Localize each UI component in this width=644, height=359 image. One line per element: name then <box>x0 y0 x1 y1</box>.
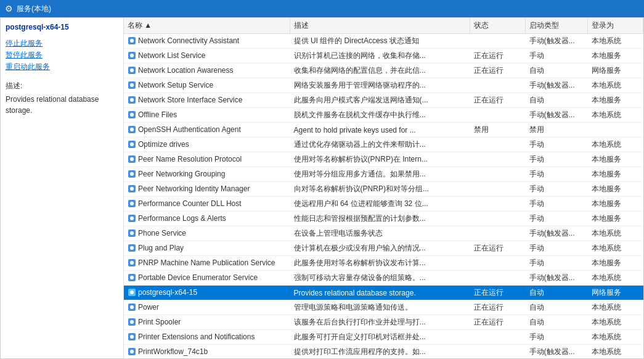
cell-status <box>470 345 526 359</box>
table-row[interactable]: PrintWorkflow_74c1b提供对打印工作流应用程序的支持。如...手… <box>124 345 643 359</box>
cell-desc: 收集和存储网络的配置信息，并在此信... <box>290 64 470 78</box>
cell-login: 本地服务 <box>588 93 643 108</box>
cell-desc: 脱机文件服务在脱机文件缓存中执行维... <box>290 108 470 123</box>
cell-name: Network Location Awareness <box>124 64 290 78</box>
stop-word[interactable]: 停止 <box>6 39 20 47</box>
services-table[interactable]: 名称 ▲ 描述 状态 启动类型 登录为 Network Connectivity… <box>124 18 643 358</box>
svg-point-29 <box>130 246 134 250</box>
selected-service-name: postgresql-x64-15 <box>6 23 118 31</box>
svg-point-1 <box>130 39 134 43</box>
cell-login: 本地系统 <box>588 300 643 315</box>
cell-login: 本地系统 <box>588 138 643 152</box>
stop-service-link[interactable]: 停止此服务 <box>6 38 118 49</box>
cell-desc: 使计算机在极少或没有用户输入的情况... <box>290 241 470 256</box>
svg-point-9 <box>130 98 134 102</box>
col-header-login[interactable]: 登录为 <box>588 18 643 34</box>
service-icon <box>128 170 136 178</box>
cell-startup: 手动 <box>526 197 588 212</box>
table-row[interactable]: Network Store Interface Service此服务向用户模式客… <box>124 93 643 108</box>
cell-login: 本地系统 <box>588 345 643 359</box>
cell-login: 本地系统 <box>588 241 643 256</box>
table-row[interactable]: Optimize drives通过优化存储驱动器上的文件来帮助计...手动本地系… <box>124 138 643 152</box>
svg-point-27 <box>130 231 134 235</box>
svg-point-23 <box>130 202 134 205</box>
pause-word[interactable]: 暂停 <box>6 51 20 59</box>
table-row[interactable]: Performance Logs & Alerts性能日志和管报根据预配置的计划… <box>124 212 643 226</box>
cell-login: 本地系统 <box>588 330 643 345</box>
cell-desc: 通过优化存储驱动器上的文件来帮助计... <box>290 138 470 152</box>
table-row[interactable]: PNRP Machine Name Publication Service此服务… <box>124 256 643 271</box>
table-row[interactable]: Network List Service识别计算机已连接的网络，收集和存储...… <box>124 49 643 64</box>
service-icon <box>128 81 136 89</box>
cell-desc: 此服务使用对等名称解析协议发布计算... <box>290 256 470 271</box>
table-row[interactable]: Plug and Play使计算机在极少或没有用户输入的情况...正在运行手动本… <box>124 241 643 256</box>
pause-service-link[interactable]: 暂停此服务 <box>6 49 118 61</box>
table-row[interactable]: Peer Name Resolution Protocol使用对等名称解析协议(… <box>124 152 643 167</box>
cell-desc: 使远程用户和 64 位进程能够查询 32 位... <box>290 197 470 212</box>
cell-login: 本地系统 <box>588 34 643 49</box>
desc-text: Provides relational database storage. <box>6 94 118 116</box>
cell-desc: 管理电源策略和电源策略通知传送。 <box>290 300 470 315</box>
table-row[interactable]: Print Spooler该服务在后台执行打印作业并处理与打...正在运行自动本… <box>124 315 643 330</box>
cell-desc: Provides relational database storage. <box>290 286 470 300</box>
cell-status: 正在运行 <box>470 93 526 108</box>
cell-startup: 手动(触发器... <box>526 108 588 123</box>
cell-status <box>470 138 526 152</box>
table-row[interactable]: Phone Service在设备上管理电话服务状态手动(触发器...本地系统 <box>124 226 643 241</box>
cell-desc: 识别计算机已连接的网络，收集和存储... <box>290 49 470 64</box>
col-header-name[interactable]: 名称 ▲ <box>124 18 290 34</box>
cell-login: 本地服务 <box>588 182 643 197</box>
restart-word[interactable]: 重启动 <box>6 62 28 71</box>
cell-startup: 手动 <box>526 167 588 182</box>
cell-startup: 手动(触发器... <box>526 271 588 286</box>
cell-startup: 禁用 <box>526 123 588 138</box>
cell-name: Plug and Play <box>124 241 290 256</box>
cell-name: Print Spooler <box>124 315 290 330</box>
service-icon <box>128 96 136 104</box>
table-row[interactable]: Network Connectivity Assistant提供 UI 组件的 … <box>124 34 643 49</box>
cell-login: 本地系统 <box>588 78 643 93</box>
cell-name: PrintWorkflow_74c1b <box>124 345 290 359</box>
table-row[interactable]: Peer Networking Grouping使用对等分组应用多方通信。如果禁… <box>124 167 643 182</box>
cell-desc: 强制可移动大容量存储设备的组策略。... <box>290 271 470 286</box>
table-row[interactable]: Offline Files脱机文件服务在脱机文件缓存中执行维...手动(触发器.… <box>124 108 643 123</box>
title-bar: ⚙ 服务(本地) <box>0 0 644 17</box>
cell-startup: 手动 <box>526 256 588 271</box>
cell-name: Network List Service <box>124 49 290 64</box>
table-body: Network Connectivity Assistant提供 UI 组件的 … <box>124 34 643 359</box>
table-row[interactable]: OpenSSH Authentication AgentAgent to hol… <box>124 123 643 138</box>
cell-startup: 手动(触发器... <box>526 226 588 241</box>
cell-status <box>470 271 526 286</box>
cell-name: Network Setup Service <box>124 78 290 93</box>
cell-desc: 性能日志和管报根据预配置的计划参数... <box>290 212 470 226</box>
svg-point-37 <box>130 305 134 309</box>
cell-desc: 向对等名称解析协议(PNRP)和对等分组... <box>290 182 470 197</box>
col-header-status[interactable]: 状态 <box>470 18 526 34</box>
service-icon <box>128 288 136 297</box>
cell-status <box>470 212 526 226</box>
main-container: postgresql-x64-15 停止此服务 暂停此服务 重启动此服务 描述:… <box>0 17 644 359</box>
col-header-startup[interactable]: 启动类型 <box>526 18 588 34</box>
table-row[interactable]: Network Setup Service网络安装服务用于管理网络驱动程序的..… <box>124 78 643 93</box>
table-row[interactable]: Power管理电源策略和电源策略通知传送。正在运行自动本地系统 <box>124 300 643 315</box>
table-row[interactable]: Performance Counter DLL Host使远程用户和 64 位进… <box>124 197 643 212</box>
table-row[interactable]: Printer Extensions and Notifications此服务可… <box>124 330 643 345</box>
svg-point-11 <box>130 113 134 117</box>
cell-startup: 自动 <box>526 315 588 330</box>
cell-status <box>470 34 526 49</box>
cell-desc: 提供 UI 组件的 DirectAccess 状态通知 <box>290 34 470 49</box>
table-row[interactable]: postgresql-x64-15Provides relational dat… <box>124 286 643 300</box>
cell-desc: 此服务可打开自定义打印机对话框并处... <box>290 330 470 345</box>
cell-startup: 手动(触发器... <box>526 78 588 93</box>
cell-login: 本地服务 <box>588 256 643 271</box>
cell-status <box>470 108 526 123</box>
table-row[interactable]: Network Location Awareness收集和存储网络的配置信息，并… <box>124 64 643 78</box>
col-header-desc[interactable]: 描述 <box>290 18 470 34</box>
cell-name: Network Store Interface Service <box>124 93 290 108</box>
table-row[interactable]: Portable Device Enumerator Service强制可移动大… <box>124 271 643 286</box>
service-icon <box>128 244 136 252</box>
cell-status: 正在运行 <box>470 300 526 315</box>
sidebar: postgresql-x64-15 停止此服务 暂停此服务 重启动此服务 描述:… <box>1 18 124 358</box>
table-row[interactable]: Peer Networking Identity Manager向对等名称解析协… <box>124 182 643 197</box>
restart-service-link[interactable]: 重启动此服务 <box>6 61 118 73</box>
